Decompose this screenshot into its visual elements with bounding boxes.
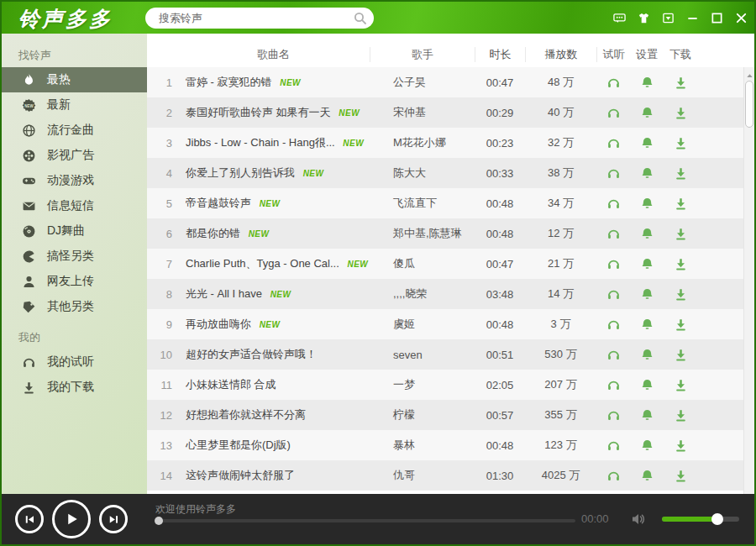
set-ringtone-button[interactable]: [630, 75, 664, 89]
table-row[interactable]: 4你爱上了别人别告诉我 NEW陈大大00:3338 万: [147, 158, 754, 188]
table-row[interactable]: 12好想抱着你就这样不分离柠檬00:57355 万: [147, 400, 754, 430]
sidebar-item-sms[interactable]: 信息短信: [2, 193, 147, 218]
volume-knob[interactable]: [711, 513, 723, 525]
listen-button[interactable]: [596, 256, 630, 270]
sidebar-item-upload-user[interactable]: 网友上传: [2, 269, 147, 294]
set-ringtone-button[interactable]: [630, 226, 664, 240]
set-ringtone-button[interactable]: [630, 256, 664, 270]
listen-button[interactable]: [596, 105, 630, 119]
table-row[interactable]: 1雷婷 - 寂寞犯的错 NEW公子昊00:4748 万: [147, 67, 754, 97]
feedback-icon[interactable]: [612, 11, 626, 24]
search-box[interactable]: [145, 8, 374, 29]
sidebar-item-game[interactable]: 动漫游戏: [2, 168, 147, 193]
duration: 00:47: [475, 258, 525, 270]
close-icon[interactable]: [734, 11, 748, 24]
progress-knob[interactable]: [155, 517, 163, 525]
column-header-plays[interactable]: 播放数: [525, 47, 596, 62]
download-button[interactable]: [664, 377, 697, 391]
set-ringtone-button[interactable]: [630, 317, 664, 331]
download-button[interactable]: [664, 196, 697, 210]
table-row[interactable]: 9再动放曲嗨你 NEW虞姬00:483 万: [147, 309, 754, 339]
listen-button[interactable]: [596, 317, 630, 331]
set-ringtone-button[interactable]: [630, 438, 664, 452]
duration: 03:48: [475, 288, 525, 301]
scrollbar-up-icon[interactable]: [745, 69, 754, 79]
vertical-scrollbar[interactable]: [743, 67, 754, 494]
table-row[interactable]: 6都是你的错 NEW郑中基,陈慧琳00:4812 万: [147, 218, 754, 249]
search-icon[interactable]: [354, 12, 367, 25]
listen-button[interactable]: [596, 407, 630, 422]
listen-button[interactable]: [596, 438, 630, 452]
next-track-button[interactable]: [99, 505, 128, 533]
set-ringtone-button[interactable]: [630, 286, 664, 301]
listen-button[interactable]: [596, 226, 630, 240]
listen-button[interactable]: [596, 135, 630, 150]
maximize-icon[interactable]: [710, 11, 723, 24]
listen-button[interactable]: [596, 286, 630, 301]
table-row[interactable]: 13心里梦里都是你(Dj版)暴林00:48123 万: [147, 430, 754, 460]
sidebar-item-hot[interactable]: 最热: [2, 67, 147, 92]
volume-slider[interactable]: [662, 517, 739, 522]
set-ringtone-button[interactable]: [630, 105, 664, 119]
listen-button[interactable]: [596, 377, 630, 391]
listen-button[interactable]: [596, 75, 630, 89]
sidebar-item-label: 最新: [47, 97, 71, 113]
skin-icon[interactable]: [637, 11, 650, 24]
play-button[interactable]: [52, 500, 91, 538]
previous-track-button[interactable]: [15, 505, 44, 533]
set-ringtone-button[interactable]: [630, 407, 664, 422]
minimize-icon[interactable]: [685, 11, 699, 24]
sidebar-item-tag[interactable]: 其他另类: [2, 294, 147, 319]
column-header-song[interactable]: 歌曲名: [177, 47, 370, 62]
table-row[interactable]: 14这铃声做闹钟太舒服了仇哥01:304025 万: [147, 460, 754, 491]
table-row[interactable]: 7Charlie Puth、Tyga - One Cal... NEW傻瓜00:…: [147, 249, 754, 279]
column-header-artist[interactable]: 歌手: [370, 47, 475, 62]
search-input[interactable]: [157, 11, 354, 25]
scrollbar-thumb[interactable]: [745, 81, 753, 128]
bell-icon: [640, 347, 654, 360]
download-button[interactable]: [664, 256, 697, 270]
listen-button[interactable]: [596, 347, 630, 361]
column-header-duration[interactable]: 时长: [475, 47, 525, 62]
table-row[interactable]: 2泰国好听歌曲铃声 如果有一天 NEW宋仲基00:2940 万: [147, 97, 754, 128]
sidebar-item-funny[interactable]: 搞怪另类: [2, 244, 147, 269]
sidebar-item-label: 其他另类: [47, 299, 94, 314]
listen-button[interactable]: [596, 165, 630, 180]
sidebar-item-label: 我的试听: [47, 354, 94, 370]
set-ringtone-button[interactable]: [630, 165, 664, 180]
table-row[interactable]: 3Jibbs - Low - Chain - Hang很... NEWM花花小娜…: [147, 128, 754, 158]
table-row[interactable]: 5帝音越鼓铃声 NEW飞流直下00:4834 万: [147, 188, 754, 218]
download-button[interactable]: [664, 317, 697, 331]
sidebar-item-movie[interactable]: 影视广告: [2, 143, 147, 168]
set-ringtone-button[interactable]: [630, 135, 664, 150]
download-button[interactable]: [664, 165, 697, 180]
sidebar-item-download[interactable]: 我的下载: [2, 375, 147, 400]
sidebar-item-pop[interactable]: 流行金曲: [2, 118, 147, 143]
set-ringtone-button[interactable]: [630, 347, 664, 361]
progress-bar[interactable]: [155, 519, 575, 522]
set-ringtone-button[interactable]: [630, 377, 664, 391]
listen-button[interactable]: [596, 468, 630, 482]
sidebar-item-newest[interactable]: NEW最新: [2, 92, 147, 118]
download-button[interactable]: [664, 407, 697, 422]
download-button[interactable]: [664, 75, 697, 89]
sidebar-item-dj[interactable]: DJ舞曲: [2, 218, 147, 244]
set-ringtone-button[interactable]: [630, 196, 664, 210]
download-button[interactable]: [664, 438, 697, 452]
table-row[interactable]: 10超好的女声适合做铃声哦！seven00:51530 万: [147, 339, 754, 370]
set-ringtone-button[interactable]: [630, 468, 664, 482]
listen-button[interactable]: [596, 196, 630, 210]
menu-dropdown-icon[interactable]: [661, 11, 675, 24]
download-button[interactable]: [664, 105, 697, 119]
download-button[interactable]: [664, 286, 697, 301]
download-button[interactable]: [664, 135, 697, 150]
bell-icon: [640, 407, 654, 420]
table-row[interactable]: 11小妹妹送情郎 合成一梦02:05207 万: [147, 370, 754, 400]
speaker-icon[interactable]: [630, 511, 647, 528]
sidebar-item-headphone[interactable]: 我的试听: [2, 349, 147, 375]
artist-name: 飞流直下: [370, 196, 475, 211]
table-row[interactable]: 8光光 - All I have NEW,,,,晓荣03:4814 万: [147, 279, 754, 309]
download-button[interactable]: [664, 226, 697, 240]
download-button[interactable]: [664, 468, 697, 482]
download-button[interactable]: [664, 347, 697, 361]
